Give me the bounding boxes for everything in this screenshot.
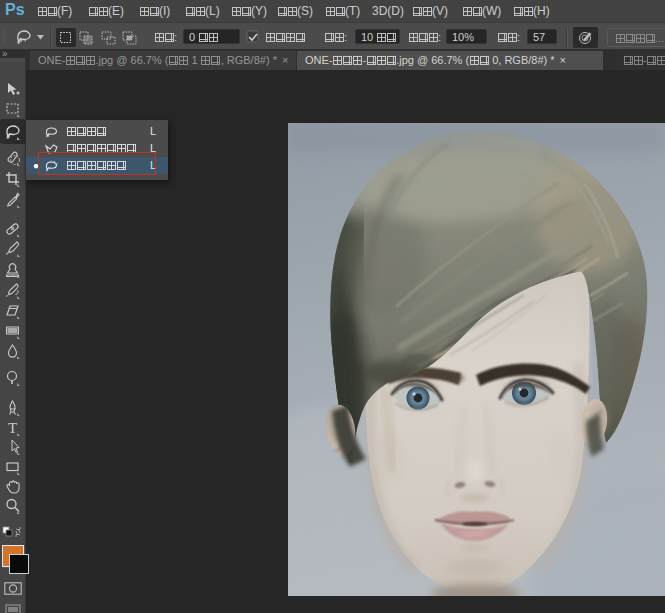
svg-text:T: T	[8, 420, 17, 436]
